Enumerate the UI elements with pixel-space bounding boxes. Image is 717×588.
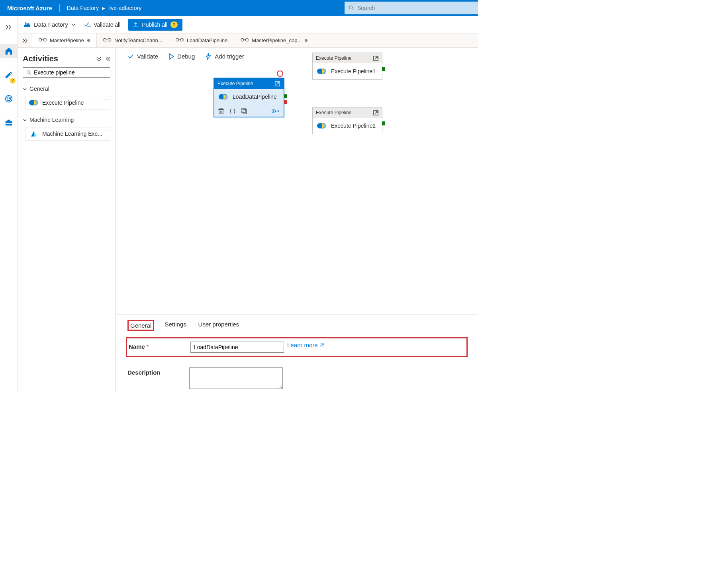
- svg-rect-7: [6, 123, 12, 124]
- copy-icon[interactable]: [241, 108, 247, 114]
- pipeline-icon: [103, 37, 111, 44]
- tabs-expand[interactable]: [18, 33, 32, 47]
- tab-masterpipeline-copy[interactable]: MasterPipeline_cop...: [234, 33, 314, 47]
- activity-execute-pipeline[interactable]: Execute Pipeline: [25, 96, 110, 109]
- breadcrumb-service[interactable]: Data Factory: [67, 5, 99, 11]
- dirty-indicator: [305, 39, 308, 42]
- activities-search[interactable]: [23, 67, 110, 78]
- breakpoint-icon[interactable]: [277, 70, 283, 77]
- open-external-icon: [319, 342, 325, 348]
- search-icon: [26, 70, 31, 75]
- canvas-toolbar: Validate Debug Add trigger: [116, 48, 478, 65]
- svg-rect-8: [24, 25, 30, 27]
- pending-badge: 2: [10, 78, 16, 84]
- rail-home[interactable]: [0, 44, 18, 58]
- publish-count-badge: 2: [170, 21, 178, 28]
- activities-title: Activities: [23, 54, 58, 63]
- play-icon: [168, 53, 174, 60]
- svg-rect-18: [180, 39, 183, 41]
- divider: [59, 4, 60, 12]
- chevron-right-icon: ▶: [102, 6, 105, 10]
- node-title: Execute Pipeline2: [331, 123, 376, 129]
- factory-label: Data Factory: [34, 21, 68, 28]
- global-search[interactable]: [345, 2, 478, 14]
- description-input[interactable]: [189, 367, 283, 389]
- tab-masterpipeline[interactable]: MasterPipeline: [32, 33, 97, 47]
- prop-tab-settings[interactable]: Settings: [163, 320, 188, 331]
- success-port[interactable]: [284, 94, 287, 98]
- factory-icon: [24, 21, 31, 28]
- search-input[interactable]: [357, 5, 474, 11]
- svg-rect-37: [220, 108, 222, 109]
- factory-dropdown[interactable]: Data Factory: [24, 21, 76, 28]
- group-ml[interactable]: Machine Learning: [23, 114, 110, 125]
- panel-collapse-icon[interactable]: [105, 56, 110, 62]
- debug-button[interactable]: Debug: [168, 53, 195, 60]
- svg-rect-14: [104, 39, 106, 41]
- add-trigger-button[interactable]: Add trigger: [205, 53, 244, 60]
- pipeline-canvas[interactable]: Execute Pipeline LoadDataPipeline: [116, 65, 478, 314]
- node-type: Execute Pipeline: [316, 55, 351, 61]
- validate-all-icon: [84, 22, 91, 27]
- open-tabs: MasterPipeline NotifyTeamsChann... LoadD…: [18, 33, 478, 48]
- prop-tab-user-properties[interactable]: User properties: [197, 320, 241, 331]
- drag-grip-icon: [105, 98, 108, 107]
- pipeline-icon: [241, 37, 249, 44]
- success-port[interactable]: [382, 67, 385, 71]
- add-output-icon[interactable]: [272, 108, 280, 114]
- node-loaddatapipeline[interactable]: Execute Pipeline LoadDataPipeline: [214, 78, 284, 117]
- success-port[interactable]: [382, 121, 385, 125]
- pipeline-icon: [39, 37, 47, 44]
- open-external-icon[interactable]: [373, 110, 379, 116]
- toolbox-icon: [4, 118, 13, 127]
- gauge-icon: [4, 94, 13, 103]
- svg-point-0: [349, 6, 353, 9]
- node-type: Execute Pipeline: [217, 81, 253, 86]
- open-external-icon[interactable]: [274, 81, 280, 87]
- prop-tab-general[interactable]: General: [127, 320, 154, 331]
- open-external-icon[interactable]: [373, 55, 379, 61]
- name-input[interactable]: [190, 342, 284, 353]
- tab-notifyteams[interactable]: NotifyTeamsChann...: [97, 33, 169, 47]
- svg-rect-6: [7, 120, 10, 121]
- chevron-down-icon: [71, 22, 76, 27]
- node-execute-pipeline2[interactable]: Execute Pipeline Execute Pipeline2: [312, 107, 382, 134]
- delete-icon[interactable]: [218, 108, 224, 114]
- learn-more-link[interactable]: Learn more: [287, 342, 325, 348]
- execute-pipeline-icon: [218, 93, 229, 101]
- validate-button[interactable]: Validate: [127, 53, 158, 60]
- dirty-indicator: [87, 39, 90, 42]
- node-type: Execute Pipeline: [316, 110, 351, 115]
- svg-rect-11: [39, 39, 42, 41]
- ml-icon: [29, 130, 39, 138]
- rail-expand[interactable]: [0, 20, 18, 34]
- activities-search-input[interactable]: [34, 69, 107, 76]
- chevron-down-icon: [23, 118, 27, 122]
- breadcrumb-resource[interactable]: live-adfactory: [108, 5, 141, 11]
- activities-panel: Activities General Execute Pipeli: [18, 48, 116, 392]
- svg-rect-9: [25, 22, 26, 25]
- node-execute-pipeline1[interactable]: Execute Pipeline Execute Pipeline1: [312, 53, 382, 80]
- tab-loaddata[interactable]: LoadDataPipeline: [169, 33, 235, 47]
- svg-point-23: [27, 70, 29, 73]
- pipeline-icon: [176, 37, 184, 44]
- factory-toolbar: Data Factory Validate all Publish all 2: [18, 16, 478, 33]
- chevron-double-right-icon: [4, 23, 13, 31]
- activity-ml-execute[interactable]: Machine Learning Exe...: [25, 127, 110, 141]
- collapse-all-icon[interactable]: [96, 56, 102, 62]
- code-braces-icon[interactable]: [229, 108, 236, 114]
- validate-all-button[interactable]: Validate all: [84, 21, 120, 28]
- azure-header: Microsoft Azure Data Factory ▶ live-adfa…: [0, 0, 478, 16]
- node-title: Execute Pipeline1: [331, 68, 376, 74]
- svg-rect-20: [241, 39, 244, 41]
- checkmark-icon: [127, 54, 134, 59]
- rail-manage[interactable]: [0, 115, 18, 130]
- failure-port[interactable]: [284, 100, 287, 104]
- properties-pane: General Settings User properties Name* L…: [116, 314, 478, 392]
- group-general[interactable]: General: [23, 83, 110, 94]
- lightning-icon: [205, 53, 212, 60]
- svg-rect-38: [242, 108, 245, 113]
- rail-monitor[interactable]: [0, 92, 18, 106]
- publish-all-button[interactable]: Publish all 2: [128, 19, 182, 31]
- rail-author[interactable]: 2: [0, 68, 18, 82]
